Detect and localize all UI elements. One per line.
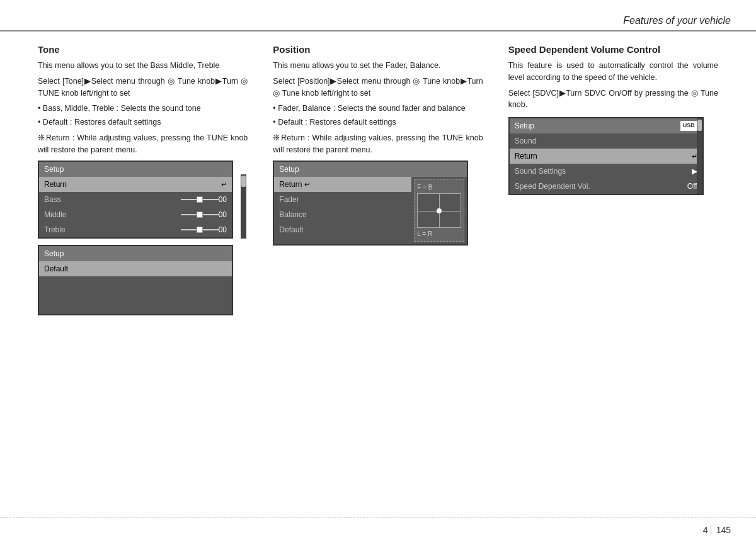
position-screen-header-label: Setup xyxy=(279,164,462,175)
sdvc-scrollbar xyxy=(697,118,702,194)
position-title: Position xyxy=(273,44,483,55)
sdvc-screen: Setup USB Sound Return ↵ Sound Settings … xyxy=(508,117,704,195)
tone-screen1-wrapper: Setup Return ↵ Bass 00 Middle xyxy=(38,161,248,239)
position-screen-menu: Return ↵ Fader Balance Default xyxy=(274,177,411,244)
tone-title: Tone xyxy=(38,44,248,55)
tone-para1: This menu allows you to set the Bass Mid… xyxy=(38,60,248,72)
page-title: Features of your vehicle xyxy=(623,15,731,26)
tone-bullet-1: Bass, Middle, Treble : Selects the sound… xyxy=(38,103,248,115)
grid-dot xyxy=(437,208,442,213)
sdvc-body: This feature is used to automatically co… xyxy=(508,60,718,195)
fader-label-lr: L = R xyxy=(417,229,432,239)
position-return-label: Return ↵ xyxy=(279,179,406,190)
position-default-row: Default xyxy=(274,222,411,237)
chapter-number: 4 xyxy=(703,525,708,535)
tone-screen1-middle-row: Middle 00 xyxy=(39,207,232,222)
sdvc-sound-settings-label: Sound Settings xyxy=(515,166,692,177)
tone-screen1-bass-row: Bass 00 xyxy=(39,192,232,207)
scrollbar-thumb xyxy=(241,176,246,187)
tone-screen1-return-label: Return xyxy=(44,179,219,190)
main-content: Tone This menu allows you to set the Bas… xyxy=(38,38,718,511)
tone-para2: Select [Tone]▶Select menu through ◎ Tune… xyxy=(38,76,248,99)
position-balance-row: Balance xyxy=(274,207,411,222)
tone-section: Tone This menu allows you to set the Bas… xyxy=(38,38,260,511)
position-screen: Setup Return ↵ Fader Balance xyxy=(273,161,468,246)
position-bullet-2: Default : Restores default settings xyxy=(273,116,483,128)
treble-slider xyxy=(181,229,219,230)
sdvc-return-label: Return xyxy=(515,150,689,162)
position-screen-body: Return ↵ Fader Balance Default xyxy=(274,177,467,244)
tone-screen1-middle-label: Middle xyxy=(44,209,178,220)
position-bullets: Fader, Balance : Selects the sound fader… xyxy=(273,103,483,128)
tone-screen2-default-label: Default xyxy=(44,263,227,274)
treble-value: 00 xyxy=(219,224,227,235)
usb-badge: USB xyxy=(680,121,697,131)
tone-screen1: Setup Return ↵ Bass 00 Middle xyxy=(38,161,233,239)
fader-label-fb: F = B xyxy=(417,183,432,192)
tone-screen1-treble-row: Treble 00 xyxy=(39,222,232,237)
bass-value: 00 xyxy=(219,194,227,205)
sdvc-sound-settings-row: Sound Settings ▶ xyxy=(510,164,702,179)
middle-slider xyxy=(181,214,219,215)
middle-value: 00 xyxy=(219,209,227,220)
sdvc-scrollbar-thumb xyxy=(697,120,702,131)
sdvc-return-row: Return ↵ xyxy=(510,149,702,164)
tone-note: Return : While adjusting values, pressin… xyxy=(38,132,248,156)
tone-screen1-return-row: Return ↵ xyxy=(39,177,232,192)
tone-body: This menu allows you to set the Bass Mid… xyxy=(38,60,248,315)
bass-slider xyxy=(181,199,219,200)
position-note: Return : While adjusting values, pressin… xyxy=(273,132,483,156)
sdvc-sound-row: Sound xyxy=(510,133,702,149)
sdvc-speed-value: Off xyxy=(687,181,697,192)
tone-screen2-empty xyxy=(39,276,232,314)
tone-screen2: Setup Default xyxy=(38,245,233,315)
fader-balance-grid xyxy=(417,193,461,228)
position-screen-header: Setup xyxy=(274,162,467,177)
sdvc-title: Speed Dependent Volume Control xyxy=(508,44,718,55)
page-number: 145 xyxy=(711,525,731,535)
sdvc-speed-row: Speed Dependent Vol. Off xyxy=(510,179,702,194)
position-bullet-1: Fader, Balance : Selects the sound fader… xyxy=(273,103,483,115)
sdvc-sound-label: Sound xyxy=(515,135,697,147)
tone-screen2-default-row: Default xyxy=(39,261,232,276)
position-para1: This menu allows you to set the Fader, B… xyxy=(273,60,483,72)
sdvc-screen-header: Setup USB xyxy=(510,118,702,133)
sdvc-section: Speed Dependent Volume Control This feat… xyxy=(496,38,718,511)
tone-screen1-header-label: Setup xyxy=(44,164,227,175)
tone-screen2-header-label: Setup xyxy=(44,248,227,259)
tone-screen1-return-icon: ↵ xyxy=(221,179,227,190)
sdvc-speed-label: Speed Dependent Vol. xyxy=(515,181,687,192)
tone-screen1-header: Setup xyxy=(39,162,232,177)
page-footer: 4 145 xyxy=(0,517,756,542)
position-section: Position This menu allows you to set the… xyxy=(260,38,495,511)
tone-screen1-bass-label: Bass xyxy=(44,194,178,205)
tone-screen1-treble-label: Treble xyxy=(44,224,178,235)
tone-bullet-2: Default : Restores default settings xyxy=(38,116,248,128)
position-fader-label: Fader xyxy=(279,194,406,205)
tone-bullets: Bass, Middle, Treble : Selects the sound… xyxy=(38,103,248,128)
tone-screen1-scrollbar xyxy=(241,174,246,239)
position-body: This menu allows you to set the Fader, B… xyxy=(273,60,483,246)
sdvc-screen-header-label: Setup xyxy=(515,120,677,132)
sdvc-para1: This feature is used to automatically co… xyxy=(508,60,718,84)
fader-balance-grid-container: F = B L = R xyxy=(414,179,464,242)
position-balance-label: Balance xyxy=(279,209,406,220)
position-fader-row: Fader xyxy=(274,192,411,207)
sdvc-para2: Select [SDVC]▶Turn SDVC On/Off by pressi… xyxy=(508,88,718,111)
tone-screen2-header: Setup xyxy=(39,246,232,261)
position-return-row: Return ↵ xyxy=(274,177,411,192)
position-default-label: Default xyxy=(279,224,406,235)
page-header: Features of your vehicle xyxy=(0,0,756,31)
position-para2: Select [Position]▶Select menu through ◎ … xyxy=(273,76,483,99)
